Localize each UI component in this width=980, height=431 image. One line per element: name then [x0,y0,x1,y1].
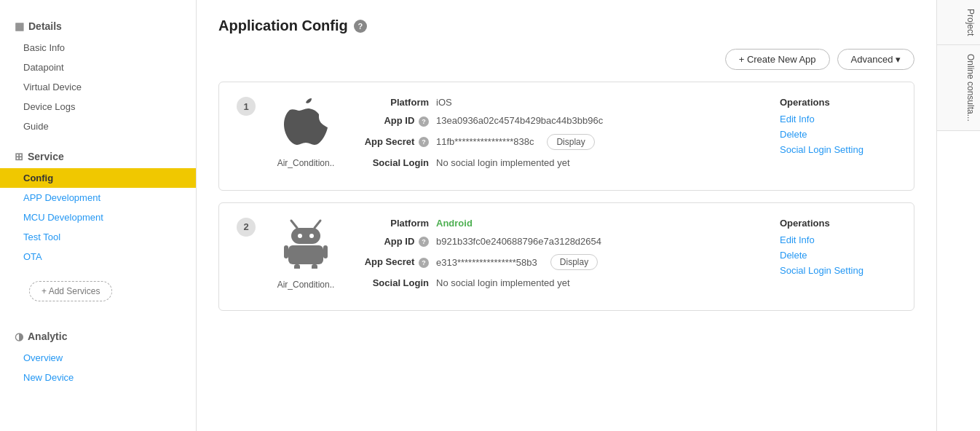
sidebar-item-ota[interactable]: OTA [0,247,196,266]
add-services-button[interactable]: + Add Services [29,281,112,301]
delete-button-2[interactable]: Delete [780,250,896,261]
delete-button-1[interactable]: Delete [780,129,896,140]
details-grid-icon: ▦ [15,20,24,32]
operations-1: Operations Edit Info Delete Social Login… [780,97,896,159]
sidebar-details-header: ▦ Details [0,15,196,38]
app-card-1: 1 Air_Condition.. Platform iOS [218,82,914,191]
app-card-2: 2 [218,202,914,312]
appsecret-label-2: App Secret ? [356,256,429,268]
sidebar-item-mcu-dev[interactable]: MCU Development [0,207,196,227]
appsecret-row-2: App Secret ? e313****************58b3 Di… [356,254,762,270]
platform-row-1: Platform iOS [356,97,762,108]
card-number-1: 1 [237,97,256,116]
appsecret-question-2[interactable]: ? [419,258,429,268]
card-info-1: Platform iOS App ID ? 13ea0936a02c4574b4… [356,97,762,175]
platform-value-2: Android [436,218,473,229]
sociallogin-value-2: No social login implemented yet [436,277,570,288]
sidebar-service-header: ⊞ Service [0,145,196,168]
page-title-area: Application Config ? [218,17,914,34]
appsecret-label-1: App Secret ? [356,136,429,148]
sociallogin-row-1: Social Login No social login implemented… [356,157,762,168]
edit-info-button-1[interactable]: Edit Info [780,114,896,124]
card-info-2: Platform Android App ID ? b921b33fc0e240… [356,218,762,296]
advanced-button[interactable]: Advanced ▾ [837,49,914,70]
sidebar-item-config[interactable]: Config [0,168,196,188]
svg-rect-9 [312,264,317,269]
main-content: Application Config ? + Create New App Ad… [197,0,936,431]
right-tab-project[interactable]: Project [937,0,980,45]
page-title: Application Config [218,17,348,34]
sidebar-service-label: Service [28,151,64,162]
svg-rect-8 [294,264,300,269]
app-name-1: Air_Condition.. [277,158,335,168]
sidebar-analytic-header: ◑ Analytic [0,325,196,348]
sidebar-item-test-tool[interactable]: Test Tool [0,227,196,247]
sidebar-item-datapoint[interactable]: Datapoint [0,58,196,77]
appid-question-2[interactable]: ? [419,237,429,247]
svg-line-0 [291,221,297,228]
sidebar-item-virtual-device[interactable]: Virtual Device [0,77,196,97]
right-panel: Project Online consulta... [936,0,980,431]
card-icon-area-1: Air_Condition.. [273,97,339,168]
svg-rect-6 [284,245,288,258]
sidebar: ▦ Details Basic Info Datapoint Virtual D… [0,0,197,431]
sociallogin-row-2: Social Login No social login implemented… [356,277,762,288]
appid-value-2: b921b33fc0e240688796e7a3128d2654 [436,236,601,247]
appsecret-question-1[interactable]: ? [419,137,429,147]
card-icon-area-2: Air_Condition.. [273,218,339,290]
service-icon: ⊞ [15,151,23,162]
platform-value-1: iOS [436,97,452,108]
operations-title-2: Operations [780,218,896,229]
appsecret-row-1: App Secret ? 11fb****************838c Di… [356,134,762,150]
social-login-setting-button-1[interactable]: Social Login Setting [780,144,896,155]
appid-question-1[interactable]: ? [419,116,429,127]
svg-line-1 [315,221,320,228]
sidebar-item-app-dev[interactable]: APP Development [0,188,196,207]
edit-info-button-2[interactable]: Edit Info [780,234,896,245]
appid-value-1: 13ea0936a02c4574b429bac44b3bb96c [436,115,603,126]
sidebar-item-basic-info[interactable]: Basic Info [0,38,196,58]
operations-title-1: Operations [780,97,896,108]
android-icon [284,218,328,275]
sidebar-analytic-label: Analytic [28,331,67,342]
platform-row-2: Platform Android [356,218,762,229]
help-icon[interactable]: ? [354,20,367,33]
svg-point-3 [298,234,302,238]
right-tab-online-consult[interactable]: Online consulta... [937,45,980,131]
toolbar: + Create New App Advanced ▾ [218,49,914,70]
sociallogin-label-2: Social Login [356,277,429,288]
display-button-1[interactable]: Display [547,134,594,150]
appid-row-1: App ID ? 13ea0936a02c4574b429bac44b3bb96… [356,115,762,127]
sidebar-item-overview[interactable]: Overview [0,348,196,368]
analytic-icon: ◑ [15,331,23,342]
svg-rect-7 [323,245,328,258]
appsecret-value-2: e313****************58b3 [436,257,537,268]
sidebar-item-device-logs[interactable]: Device Logs [0,97,196,116]
svg-rect-5 [288,245,323,264]
apple-icon [284,97,328,154]
appsecret-value-1: 11fb****************838c [436,136,534,147]
operations-2: Operations Edit Info Delete Social Login… [780,218,896,280]
sociallogin-value-1: No social login implemented yet [436,157,570,168]
svg-rect-2 [291,228,320,244]
platform-label-1: Platform [356,97,429,108]
svg-point-4 [309,234,314,238]
sidebar-item-guide[interactable]: Guide [0,116,196,136]
appid-label-1: App ID ? [356,115,429,127]
sidebar-item-new-device[interactable]: New Device [0,368,196,387]
sociallogin-label-1: Social Login [356,157,429,168]
platform-label-2: Platform [356,218,429,229]
card-number-2: 2 [237,218,256,237]
create-new-app-button[interactable]: + Create New App [725,49,830,70]
appid-row-2: App ID ? b921b33fc0e240688796e7a3128d265… [356,236,762,248]
social-login-setting-button-2[interactable]: Social Login Setting [780,265,896,276]
app-name-2: Air_Condition.. [277,280,335,290]
sidebar-details-label: Details [28,20,62,32]
display-button-2[interactable]: Display [550,254,598,270]
appid-label-2: App ID ? [356,236,429,248]
